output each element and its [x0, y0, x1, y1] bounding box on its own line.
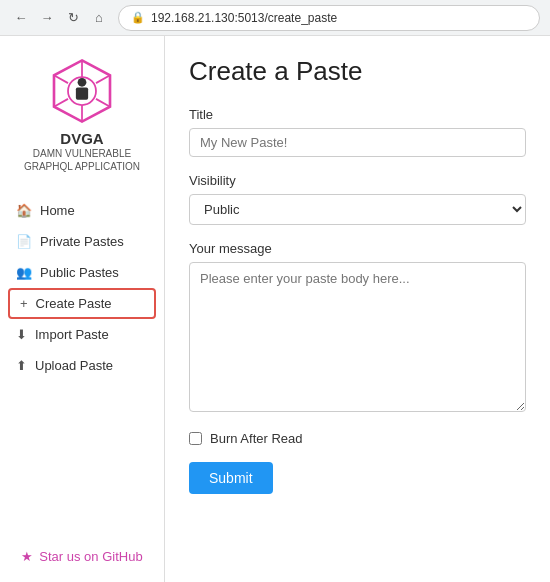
svg-rect-3 — [76, 88, 88, 100]
page-title: Create a Paste — [189, 56, 526, 87]
visibility-label: Visibility — [189, 173, 526, 188]
url-text: 192.168.21.130:5013/create_paste — [151, 11, 337, 25]
burn-after-read-label: Burn After Read — [210, 431, 303, 446]
sidebar-label-import-paste: Import Paste — [35, 327, 109, 342]
title-input[interactable] — [189, 128, 526, 157]
sidebar-navigation: 🏠 Home 📄 Private Pastes 👥 Public Pastes … — [0, 195, 164, 381]
svg-line-8 — [96, 75, 110, 83]
app-logo — [47, 56, 117, 126]
sidebar-label-public-pastes: Public Pastes — [40, 265, 119, 280]
logo-container: DVGA DAMN VULNERABLE GRAPHQL APPLICATION — [22, 56, 142, 173]
sidebar-item-private-pastes[interactable]: 📄 Private Pastes — [0, 226, 164, 257]
page-layout: DVGA DAMN VULNERABLE GRAPHQL APPLICATION… — [0, 36, 550, 582]
sidebar: DVGA DAMN VULNERABLE GRAPHQL APPLICATION… — [0, 36, 165, 582]
svg-line-7 — [96, 99, 110, 107]
star-label: Star us on GitHub — [39, 549, 142, 564]
sidebar-item-import-paste[interactable]: ⬇ Import Paste — [0, 319, 164, 350]
visibility-group: Visibility Public Private — [189, 173, 526, 225]
browser-chrome: ← → ↻ ⌂ 🔒 192.168.21.130:5013/create_pas… — [0, 0, 550, 36]
svg-line-9 — [54, 99, 68, 107]
sidebar-item-create-paste[interactable]: + Create Paste — [8, 288, 156, 319]
sidebar-item-upload-paste[interactable]: ⬆ Upload Paste — [0, 350, 164, 381]
reload-button[interactable]: ↻ — [62, 7, 84, 29]
app-name: DVGA — [60, 130, 103, 147]
star-github-link[interactable]: ★ Star us on GitHub — [5, 541, 158, 572]
sidebar-label-upload-paste: Upload Paste — [35, 358, 113, 373]
submit-button[interactable]: Submit — [189, 462, 273, 494]
create-paste-icon: + — [20, 296, 28, 311]
burn-after-read-checkbox[interactable] — [189, 432, 202, 445]
home-icon: 🏠 — [16, 203, 32, 218]
main-content: Create a Paste Title Visibility Public P… — [165, 36, 550, 582]
burn-after-read-group: Burn After Read — [189, 431, 526, 446]
svg-point-2 — [78, 78, 87, 87]
forward-button[interactable]: → — [36, 7, 58, 29]
lock-icon: 🔒 — [131, 11, 145, 24]
message-label: Your message — [189, 241, 526, 256]
nav-buttons: ← → ↻ ⌂ — [10, 7, 110, 29]
star-icon: ★ — [21, 549, 33, 564]
public-pastes-icon: 👥 — [16, 265, 32, 280]
svg-line-6 — [54, 75, 68, 83]
app-subtitle: DAMN VULNERABLE GRAPHQL APPLICATION — [22, 147, 142, 173]
address-bar[interactable]: 🔒 192.168.21.130:5013/create_paste — [118, 5, 540, 31]
upload-paste-icon: ⬆ — [16, 358, 27, 373]
sidebar-label-private-pastes: Private Pastes — [40, 234, 124, 249]
back-button[interactable]: ← — [10, 7, 32, 29]
private-pastes-icon: 📄 — [16, 234, 32, 249]
visibility-select[interactable]: Public Private — [189, 194, 526, 225]
sidebar-item-public-pastes[interactable]: 👥 Public Pastes — [0, 257, 164, 288]
home-button[interactable]: ⌂ — [88, 7, 110, 29]
sidebar-label-create-paste: Create Paste — [36, 296, 112, 311]
message-group: Your message — [189, 241, 526, 415]
message-textarea[interactable] — [189, 262, 526, 412]
sidebar-item-home[interactable]: 🏠 Home — [0, 195, 164, 226]
import-paste-icon: ⬇ — [16, 327, 27, 342]
create-paste-form: Title Visibility Public Private Your mes… — [189, 107, 526, 494]
sidebar-label-home: Home — [40, 203, 75, 218]
title-label: Title — [189, 107, 526, 122]
title-group: Title — [189, 107, 526, 157]
